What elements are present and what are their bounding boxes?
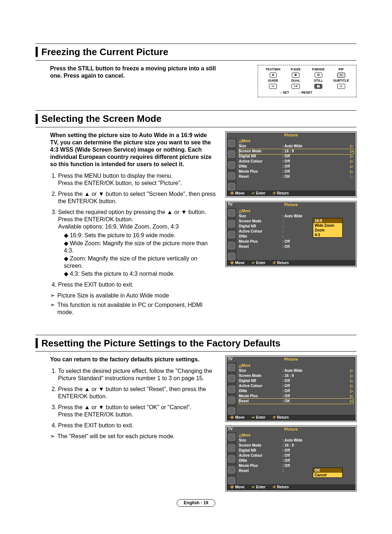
osd-category-icon: [228, 209, 235, 217]
osd-label: Reset: [239, 399, 282, 404]
osd-footer: 🕂Move ↵Enter ↺Return: [226, 484, 356, 490]
triangle-icon: ▷: [350, 384, 354, 389]
osd-category-icon: [228, 220, 235, 227]
osd-title: Picture: [226, 357, 356, 362]
osd-hint: 🕂Move: [230, 415, 245, 420]
osd-label: Reset: [239, 174, 282, 179]
osd-value: : Auto Wide: [282, 438, 354, 443]
remote-label: PIP: [330, 67, 353, 71]
osd-hint: 🕂Move: [230, 191, 245, 196]
step-text: Available options: 16:9, Wide Zoom, Zoom…: [58, 223, 179, 230]
osd-value: : 16 : 9: [282, 443, 354, 448]
section-header: Freezing the Current Picture: [36, 44, 356, 61]
step-list: Press the MENU button to display the men…: [50, 172, 218, 288]
osd-sidebar: [226, 208, 237, 260]
osd-label: Active Colour: [239, 229, 282, 234]
triangle-icon: ▷: [350, 394, 354, 399]
remote-button-icon: ▭: [269, 84, 277, 89]
osd-category-icon: [228, 455, 235, 463]
osd-footer: 🕂Move ↵Enter ↺Return: [226, 260, 356, 266]
osd-label: Screen Mode: [239, 443, 282, 448]
osd-more: △More: [239, 433, 282, 438]
step-text: Press the ▲ or ▼ button to select "OK" o…: [58, 404, 191, 410]
triangle-icon: ▷: [350, 149, 354, 154]
triangle-icon: ▷: [350, 144, 354, 149]
osd-label: Size: [239, 369, 282, 373]
enter-icon: ↵: [252, 415, 255, 420]
osd-label: DNIe: [239, 389, 282, 394]
arrows-icon: 🕂: [230, 191, 234, 196]
osd-footer: 🕂Move ↵Enter ↺Return: [226, 415, 356, 421]
osd-label: Movie Plus: [239, 239, 282, 244]
osd-label: Active Colour: [239, 159, 282, 164]
osd-value: : Auto Wide: [282, 144, 350, 149]
section-freezing: Freezing the Current Picture Press the S…: [36, 44, 356, 97]
dropdown-reset: OK Cancel: [313, 468, 343, 478]
enter-icon: ↵: [252, 261, 255, 266]
return-icon: ↺: [273, 485, 275, 490]
osd-label: Movie Plus: [239, 464, 282, 468]
osd-value: : Off: [282, 154, 350, 159]
osd-title: Picture: [226, 202, 356, 208]
section-title: Resetting the Picture Settings to the Fa…: [41, 337, 281, 349]
dropdown-item: Cancel: [313, 473, 342, 477]
osd-menu: TV Picture △More Size: Auto Wide▷: [226, 356, 356, 421]
osd-value: : Off: [282, 394, 350, 399]
remote-button-icon: I-II: [291, 84, 300, 89]
osd-label: Reset: [239, 245, 282, 249]
osd-label: Movie Plus: [239, 394, 282, 399]
osd-label: DNIe: [239, 459, 282, 463]
osd-value: : Off: [282, 459, 354, 463]
step-text: Press the ENTER/OK button.: [58, 411, 133, 418]
osd-label: Size: [239, 144, 282, 149]
title-bar-icon: [36, 47, 38, 57]
dropdown-item: Zoom: [313, 228, 342, 233]
remote-button-icon: ▭: [337, 73, 345, 78]
triangle-icon: ▷: [350, 399, 354, 404]
step: Press the MENU button to display the men…: [58, 172, 218, 187]
osd-hint: ↵Enter: [252, 261, 266, 266]
remote-label: DUAL: [285, 79, 307, 83]
step-text: Select the required option by pressing t…: [58, 209, 206, 215]
title-bar-icon: [36, 338, 38, 348]
osd-category-icon: [228, 444, 235, 452]
step-list: To select the desired picture effect, fo…: [50, 367, 218, 429]
step-text: Press the ENTER/OK button, to select "Pi…: [58, 180, 182, 186]
page-number: English - 19: [177, 499, 215, 507]
enter-icon: ↵: [252, 485, 255, 490]
remote-label: P.MODE: [307, 67, 330, 71]
osd-tv-label: TV: [228, 357, 233, 362]
osd-menu: Picture △More Size: Auto Wide▷ Sc: [226, 132, 356, 197]
remote-label: SET: [280, 91, 289, 95]
remote-label: GUIDE: [262, 79, 285, 83]
osd-hint: ↺Return: [273, 415, 289, 420]
intro-text: When setting the picture size to Auto Wi…: [50, 132, 217, 168]
step: To select the desired picture effect, fo…: [58, 367, 218, 382]
osd-category-icon: [228, 242, 235, 249]
osd-hint: ↺Return: [273, 485, 289, 490]
intro-text: You can return to the factory defaults p…: [50, 356, 217, 363]
osd-hint: 🕂Move: [230, 261, 245, 266]
osd-category-icon: [228, 161, 235, 169]
note: This function is not available in PC or …: [50, 301, 218, 316]
osd-hint: ↵Enter: [252, 485, 266, 490]
arrows-icon: 🕂: [230, 485, 234, 490]
osd-value: : Off: [282, 389, 350, 394]
option-text: ◆ Zoom: Magnify the size of the picture …: [64, 255, 218, 270]
step: Press the EXIT button to exit.: [58, 422, 218, 429]
return-icon: ↺: [273, 415, 275, 420]
remote-button-icon: ▭: [337, 84, 345, 89]
osd-category-icon: [228, 407, 235, 415]
section-header: Resetting the Picture Settings to the Fa…: [36, 335, 356, 352]
osd-category-icon: [228, 397, 235, 404]
remote-label: P.SIZE: [285, 67, 307, 71]
osd-category-icon: [228, 183, 235, 190]
osd-menu: TV Picture △More Size: Auto Wide: [226, 201, 356, 267]
remote-button-icon: ⊞: [292, 73, 299, 78]
option-text: ◆ 4:3: Sets the picture to 4:3 normal mo…: [64, 270, 218, 278]
osd-hint: ↵Enter: [252, 191, 266, 196]
remote-button-icon: ⊡: [315, 73, 322, 78]
section-title: Freezing the Current Picture: [41, 46, 168, 58]
arrows-icon: 🕂: [230, 261, 234, 266]
page-footer: English - 19: [0, 499, 392, 507]
